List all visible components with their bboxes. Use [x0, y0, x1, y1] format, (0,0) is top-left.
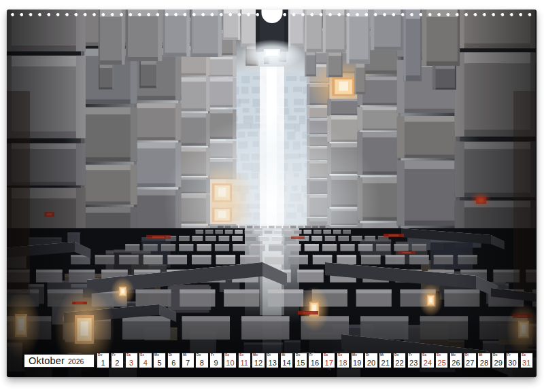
- day-number: 7: [182, 359, 194, 367]
- day-number: 10: [224, 359, 236, 367]
- day-cell: So18: [337, 353, 350, 368]
- day-number: 31: [521, 359, 532, 367]
- day-cell: Sa17: [322, 353, 335, 368]
- day-number: 19: [352, 359, 363, 367]
- day-number: 26: [450, 359, 462, 367]
- weekday-abbr: Mo: [451, 353, 456, 357]
- day-cell: Do22: [393, 353, 406, 368]
- calendar-artwork: [7, 10, 537, 377]
- day-cell: Sa3: [125, 353, 138, 368]
- weekday-abbr: So: [140, 353, 144, 357]
- day-number: 5: [154, 359, 165, 367]
- day-number: 8: [196, 359, 207, 367]
- day-number: 13: [267, 359, 278, 367]
- day-cell: Sa10: [224, 353, 237, 368]
- weekday-abbr: Sa: [522, 353, 526, 357]
- day-cells: Do1Fr2Sa3So4Mo5Di6Mi7Do8Fr9Sa10So11Mo12D…: [97, 353, 533, 368]
- day-number: 24: [422, 359, 433, 367]
- day-cell: Sa24: [421, 353, 434, 368]
- weekday-abbr: Fr: [112, 353, 116, 357]
- day-number: 25: [436, 359, 447, 367]
- day-number: 29: [492, 359, 504, 367]
- day-number: 6: [168, 359, 180, 367]
- weekday-abbr: Di: [267, 353, 271, 357]
- day-number: 27: [464, 359, 476, 367]
- weekday-abbr: Sa: [126, 353, 131, 357]
- weekday-abbr: Sa: [422, 353, 426, 357]
- day-cell: Mo12: [252, 353, 265, 368]
- day-cell: Mi21: [379, 353, 392, 368]
- weekday-abbr: So: [239, 353, 243, 357]
- day-cell: Mi28: [477, 353, 490, 368]
- day-cell: Do1: [97, 353, 109, 368]
- weekday-abbr: Do: [98, 353, 102, 357]
- weekday-abbr: Do: [394, 353, 398, 357]
- day-cell: Sa31: [520, 353, 533, 368]
- day-cell: So11: [238, 353, 251, 368]
- calendar-mockup: Oktober 2026 Do1Fr2Sa3So4Mo5Di6Mi7Do8Fr9…: [0, 0, 544, 392]
- day-cell: Mi7: [182, 353, 194, 368]
- day-cell: Do29: [492, 353, 505, 368]
- weekday-abbr: Di: [366, 353, 369, 357]
- day-cell: Do15: [294, 353, 307, 368]
- day-number: 17: [323, 359, 335, 367]
- day-cell: Di27: [464, 353, 477, 368]
- day-number: 14: [281, 359, 292, 367]
- weekday-abbr: Sa: [225, 353, 229, 357]
- calendar-page: Oktober 2026 Do1Fr2Sa3So4Mo5Di6Mi7Do8Fr9…: [7, 10, 537, 377]
- day-cell: Fr30: [506, 353, 519, 368]
- day-cell: Di6: [167, 353, 180, 368]
- year-label: 2026: [68, 357, 84, 366]
- day-number: 9: [210, 359, 222, 367]
- day-number: 28: [478, 359, 490, 367]
- weekday-abbr: Mo: [154, 353, 159, 357]
- weekday-abbr: Mi: [380, 353, 384, 357]
- day-number: 18: [337, 359, 349, 367]
- weekday-abbr: Mi: [183, 353, 186, 357]
- weekday-abbr: Mi: [282, 353, 285, 357]
- day-number: 12: [252, 359, 264, 367]
- day-cell: So4: [139, 353, 152, 368]
- date-strip: Oktober 2026 Do1Fr2Sa3So4Mo5Di6Mi7Do8Fr9…: [7, 353, 537, 368]
- day-number: 22: [394, 359, 405, 367]
- weekday-abbr: Fr: [409, 353, 412, 357]
- day-number: 15: [295, 359, 307, 367]
- weekday-abbr: Fr: [309, 353, 313, 357]
- weekday-abbr: Fr: [211, 353, 214, 357]
- weekday-abbr: Do: [197, 353, 201, 357]
- weekday-abbr: Do: [493, 353, 497, 357]
- day-number: 2: [112, 359, 123, 367]
- day-number: 16: [309, 359, 320, 367]
- day-number: 23: [408, 359, 420, 367]
- day-number: 3: [126, 359, 137, 367]
- day-cell: Mo26: [449, 353, 462, 368]
- weekday-abbr: Mo: [253, 353, 258, 357]
- weekday-abbr: Sa: [324, 353, 328, 357]
- weekday-abbr: Fr: [507, 353, 511, 357]
- day-cell: Di13: [266, 353, 279, 368]
- day-number: 11: [239, 359, 250, 367]
- day-number: 30: [507, 359, 518, 367]
- weekday-abbr: So: [437, 353, 441, 357]
- day-cell: Mo5: [153, 353, 166, 368]
- day-number: 4: [139, 359, 151, 367]
- weekday-abbr: So: [338, 353, 342, 357]
- month-label-box: Oktober 2026: [24, 354, 95, 368]
- weekday-abbr: Mo: [352, 353, 357, 357]
- day-number: 21: [379, 359, 391, 367]
- month-name: Oktober: [29, 355, 65, 366]
- weekday-abbr: Mi: [479, 353, 482, 357]
- day-cell: Fr16: [308, 353, 321, 368]
- day-cell: Fr9: [209, 353, 222, 368]
- day-cell: So25: [435, 353, 448, 368]
- weekday-abbr: Do: [296, 353, 300, 357]
- day-cell: Mo19: [351, 353, 364, 368]
- weekday-abbr: Di: [169, 353, 172, 357]
- day-cell: Fr23: [407, 353, 420, 368]
- day-number: 20: [365, 359, 377, 367]
- day-cell: Fr2: [111, 353, 124, 368]
- day-cell: Mi14: [280, 353, 293, 368]
- day-number: 1: [97, 359, 109, 367]
- weekday-abbr: Di: [465, 353, 469, 357]
- day-cell: Do8: [195, 353, 208, 368]
